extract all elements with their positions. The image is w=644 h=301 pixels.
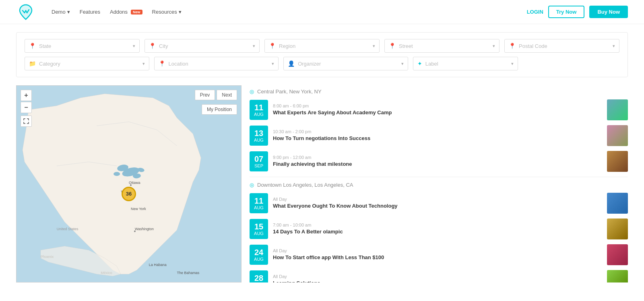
nav-resources[interactable]: Resources ▾ [152, 9, 182, 15]
event-time: All Day [273, 197, 602, 202]
event-info: 9:00 pm - 12:00 am Finally achieving tha… [273, 155, 602, 168]
events-list: ◎ Central Park, New York, NY 11 AUG 8:00… [242, 85, 628, 282]
main-content: Ottawa Toronto New York Washington Unite… [16, 85, 628, 282]
event-title: What Experts Are Saying About Academy Ca… [273, 109, 602, 116]
event-day: 11 [254, 196, 263, 205]
event-item[interactable]: 24 AUG All Day How To Start office app W… [250, 244, 628, 265]
event-thumbnail [607, 193, 628, 214]
location-name: Central Park, New York, NY [257, 89, 322, 95]
event-title: Learning Solutions [273, 280, 602, 282]
svg-text:La Habana: La Habana [149, 263, 167, 267]
filter-postal code[interactable]: 📍 Postal Code ▾ [504, 39, 619, 53]
next-button[interactable]: Next [217, 90, 237, 100]
event-title: Finally achieving that milestone [273, 161, 602, 168]
svg-text:Washington: Washington [135, 227, 154, 231]
svg-point-7 [130, 184, 132, 186]
nav-features[interactable]: Features [80, 9, 100, 15]
event-item[interactable]: 15 AUG 7:00 am - 10:00 am 14 Days To A B… [250, 219, 628, 239]
event-thumbnail [607, 270, 628, 282]
event-title: How To Turn negotiations Into Success [273, 135, 602, 142]
map-container: Ottawa Toronto New York Washington Unite… [16, 85, 242, 282]
event-month: AUG [254, 231, 264, 236]
filter-row-2: 📁 Category ▾ 📍 Location ▾ 👤 Organizer ▾ … [25, 57, 619, 70]
addons-badge: New [131, 10, 142, 14]
svg-point-12 [134, 231, 136, 232]
event-item[interactable]: 11 AUG 8:00 am - 6:00 pm What Experts Ar… [250, 99, 628, 120]
event-thumbnail [607, 151, 628, 172]
event-info: All Day Learning Solutions [273, 274, 602, 282]
event-day: 15 [254, 222, 263, 231]
location-pin-icon: ◎ [250, 182, 254, 188]
filter-organizer[interactable]: 👤 Organizer ▾ [283, 57, 408, 70]
event-info: 7:00 am - 10:00 am 14 Days To A Better o… [273, 223, 602, 235]
nav-links: Demo ▾ Features Addons New Resources ▾ [52, 9, 527, 15]
event-month: AUG [254, 257, 264, 262]
navbar: Demo ▾ Features Addons New Resources ▾ L… [0, 0, 644, 24]
location-pin-icon: ◎ [250, 89, 254, 95]
location-header-1: ◎ Downtown Los Angeles, Los Angeles, CA [250, 182, 628, 188]
logo[interactable] [16, 2, 35, 22]
event-day: 28 [254, 274, 263, 282]
buy-now-button[interactable]: Buy Now [589, 6, 628, 18]
nav-right: LOGIN Try Now Buy Now [527, 6, 628, 18]
try-now-button[interactable]: Try Now [548, 6, 585, 18]
login-button[interactable]: LOGIN [527, 9, 543, 15]
event-item[interactable]: 07 SEP 9:00 pm - 12:00 am Finally achiev… [250, 151, 628, 172]
prev-button[interactable]: Prev [195, 90, 215, 100]
filter-row-1: 📍 State ▾ 📍 City ▾ 📍 Region ▾ 📍 Street ▾… [25, 39, 619, 53]
filter-label[interactable]: ✦ Label ▾ [413, 57, 518, 70]
event-time: All Day [273, 274, 602, 279]
svg-text:United States: United States [57, 227, 78, 231]
filter-location[interactable]: 📍 Location ▾ [154, 57, 279, 70]
event-date-box: 11 AUG [250, 193, 268, 213]
event-thumbnail [607, 219, 628, 239]
event-info: 10:30 am - 2:00 pm How To Turn negotiati… [273, 129, 602, 142]
event-date-box: 13 AUG [250, 126, 268, 146]
map-controls: + − [21, 90, 32, 127]
event-date-box: 07 SEP [250, 151, 268, 171]
zoom-in-button[interactable]: + [21, 90, 32, 101]
event-time: All Day [273, 248, 602, 253]
event-thumbnail [607, 244, 628, 265]
event-time: 10:30 am - 2:00 pm [273, 129, 602, 134]
event-item[interactable]: 11 AUG All Day What Everyone Ought To Kn… [250, 193, 628, 214]
event-date-box: 11 AUG [250, 100, 268, 120]
event-title: How To Start office app With Less Than $… [273, 254, 602, 261]
event-time: 8:00 am - 6:00 pm [273, 103, 602, 108]
event-item[interactable]: 13 AUG 10:30 am - 2:00 pm How To Turn ne… [250, 125, 628, 146]
event-item[interactable]: 28 AUG All Day Learning Solutions [250, 270, 628, 282]
map-nav-buttons: Prev Next [195, 90, 237, 100]
event-day: 11 [254, 103, 263, 112]
event-month: SEP [254, 163, 263, 168]
location-name: Downtown Los Angeles, Los Angeles, CA [257, 182, 353, 188]
event-info: 8:00 am - 6:00 pm What Experts Are Sayin… [273, 103, 602, 116]
map-cluster-marker[interactable]: 36 [122, 187, 136, 201]
fullscreen-button[interactable] [21, 115, 32, 127]
svg-point-4 [114, 172, 120, 176]
event-date-box: 24 AUG [250, 245, 268, 265]
svg-text:The Bahamas: The Bahamas [177, 271, 200, 275]
svg-text:Ottawa: Ottawa [129, 181, 140, 185]
svg-text:New York: New York [131, 207, 146, 211]
event-day: 07 [254, 155, 263, 163]
event-day: 13 [254, 129, 263, 138]
event-date-box: 28 AUG [250, 270, 268, 282]
filter-category[interactable]: 📁 Category ▾ [25, 57, 149, 70]
location-header-0: ◎ Central Park, New York, NY [250, 89, 628, 95]
event-day: 24 [254, 248, 263, 257]
my-position-button[interactable]: My Position [202, 104, 237, 115]
filter-city[interactable]: 📍 City ▾ [144, 39, 260, 53]
filter-street[interactable]: 📍 Street ▾ [384, 39, 500, 53]
event-info: All Day What Everyone Ought To Know Abou… [273, 197, 602, 210]
filter-region[interactable]: 📍 Region ▾ [264, 39, 380, 53]
event-title: 14 Days To A Better olampic [273, 229, 602, 235]
nav-demo[interactable]: Demo ▾ [52, 9, 70, 15]
event-info: All Day How To Start office app With Les… [273, 248, 602, 261]
filter-bar: 📍 State ▾ 📍 City ▾ 📍 Region ▾ 📍 Street ▾… [16, 32, 628, 77]
event-month: AUG [254, 112, 264, 117]
nav-addons[interactable]: Addons New [110, 9, 142, 15]
event-thumbnail [607, 99, 628, 120]
filter-state[interactable]: 📍 State ▾ [25, 39, 140, 53]
event-time: 9:00 pm - 12:00 am [273, 155, 602, 160]
zoom-out-button[interactable]: − [21, 102, 32, 113]
